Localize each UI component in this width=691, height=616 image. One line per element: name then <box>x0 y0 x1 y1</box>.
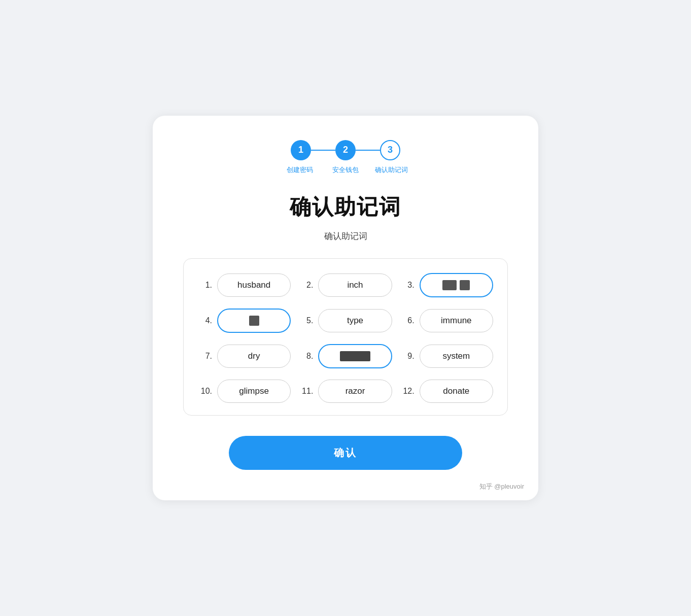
stepper-row: 1 2 3 <box>291 140 400 160</box>
mnemonic-item-9: 9. system <box>400 344 493 368</box>
page-subtitle: 确认助记词 <box>183 230 508 242</box>
mnemonic-word-10[interactable]: glimpse <box>217 380 291 403</box>
stepper: 1 2 3 创建密码 安全钱包 确认助记词 <box>183 140 508 175</box>
mnemonic-word-6[interactable]: immune <box>420 309 493 332</box>
watermark: 知乎 @pleuvoir <box>479 482 524 491</box>
mnemonic-number-8: 8. <box>299 352 313 361</box>
mnemonic-number-12: 12. <box>400 387 414 396</box>
step-3-circle: 3 <box>380 140 400 160</box>
mnemonic-number-10: 10. <box>198 387 212 396</box>
mnemonic-item-7: 7. dry <box>198 344 291 368</box>
mnemonic-number-5: 5. <box>299 316 313 325</box>
mnemonic-grid: 1. husband 2. inch 3. 4. <box>198 273 493 403</box>
redact-block-3b <box>460 280 470 290</box>
mnemonic-item-4: 4. <box>198 309 291 333</box>
step-3-label: 确认助记词 <box>368 165 414 175</box>
mnemonic-item-1: 1. husband <box>198 273 291 297</box>
mnemonic-number-6: 6. <box>400 316 414 325</box>
redact-block-4 <box>249 316 259 326</box>
mnemonic-word-3[interactable] <box>420 273 493 297</box>
mnemonic-item-2: 2. inch <box>299 273 392 297</box>
mnemonic-number-4: 4. <box>198 316 212 325</box>
main-card: 1 2 3 创建密码 安全钱包 确认助记词 确认助记词 确认助记词 1. hus… <box>153 116 538 500</box>
step-1-circle: 1 <box>291 140 311 160</box>
mnemonic-item-12: 12. donate <box>400 380 493 403</box>
mnemonic-number-11: 11. <box>299 387 313 396</box>
mnemonic-word-2[interactable]: inch <box>318 273 392 297</box>
redact-block-3a <box>442 280 457 290</box>
step-2-circle: 2 <box>335 140 356 160</box>
mnemonic-item-10: 10. glimpse <box>198 380 291 403</box>
mnemonic-word-7[interactable]: dry <box>217 345 291 368</box>
mnemonic-item-8: 8. <box>299 344 392 368</box>
step-2-label: 安全钱包 <box>323 165 368 175</box>
mnemonic-word-12[interactable]: donate <box>420 380 493 403</box>
confirm-button[interactable]: 确认 <box>229 436 462 470</box>
mnemonic-number-9: 9. <box>400 352 414 361</box>
mnemonic-item-11: 11. razor <box>299 380 392 403</box>
mnemonic-number-3: 3. <box>400 281 414 290</box>
mnemonic-word-9[interactable]: system <box>420 345 493 368</box>
stepper-labels: 创建密码 安全钱包 确认助记词 <box>277 165 414 175</box>
step-1-label: 创建密码 <box>277 165 323 175</box>
mnemonic-word-5[interactable]: type <box>318 309 392 332</box>
mnemonic-number-7: 7. <box>198 352 212 361</box>
redact-block-8 <box>340 351 370 361</box>
mnemonic-word-8[interactable] <box>318 344 392 368</box>
mnemonic-word-4[interactable] <box>217 309 291 333</box>
mnemonic-number-2: 2. <box>299 281 313 290</box>
mnemonic-word-11[interactable]: razor <box>318 380 392 403</box>
mnemonic-item-3: 3. <box>400 273 493 297</box>
page-title: 确认助记词 <box>183 193 508 221</box>
mnemonic-container: 1. husband 2. inch 3. 4. <box>183 258 508 416</box>
step-line-1 <box>311 150 335 151</box>
step-line-2 <box>356 150 380 151</box>
mnemonic-number-1: 1. <box>198 281 212 290</box>
mnemonic-word-1[interactable]: husband <box>217 273 291 297</box>
mnemonic-item-6: 6. immune <box>400 309 493 333</box>
mnemonic-item-5: 5. type <box>299 309 392 333</box>
